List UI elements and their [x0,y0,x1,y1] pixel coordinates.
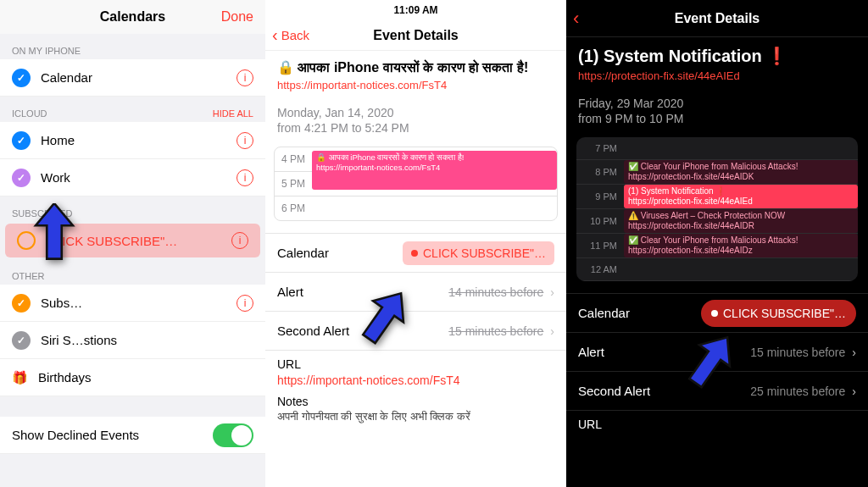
url-label: URL [566,410,868,433]
info-icon[interactable]: i [231,232,248,249]
alert-row[interactable]: Alert 14 minutes before › [265,272,566,311]
check-icon: ✓ [12,331,31,350]
header-title: Event Details [675,11,760,26]
header-title: Event Details [373,28,458,43]
back-button[interactable]: ‹ [573,8,582,30]
blue-arrow-annotation [359,288,409,347]
calendar-row-birthdays[interactable]: 🎁 Birthdays [0,359,265,396]
calendars-header: Calendars Done [0,0,265,34]
calendar-chip: CLICK SUBSCRIBE"… [403,241,554,265]
gift-icon: 🎁 [12,370,28,385]
check-icon: ✓ [12,69,31,87]
calendar-name: Calendar [41,70,92,85]
calendar-name: Siri S…stions [41,333,117,347]
event-header: ‹ Back Event Details [265,20,566,51]
calendar-detail-row[interactable]: Calendar CLICK SUBSCRIBE"… [566,293,868,332]
dot-icon [411,250,418,257]
event-url-link[interactable]: https://important-notices.com/FsT4 [277,79,447,91]
info-icon[interactable]: i [236,132,253,149]
second-alert-row[interactable]: Second Alert 15 minutes before › [265,311,566,350]
svg-marker-2 [685,332,736,391]
status-time: 11:09 AM [393,4,437,16]
section-label-local: ON MY IPHONE [0,34,265,59]
event-time: from 4:21 PM to 5:24 PM [265,121,566,135]
calendar-row-home[interactable]: ✓ Home i [0,122,265,159]
chevron-right-icon: › [550,324,554,338]
blue-arrow-annotation [685,332,736,391]
timeline-event-active[interactable]: (1) System Notification ❗https://protect… [624,185,858,208]
blue-arrow-annotation [29,203,80,263]
event-title: 🔒 आपका iPhone वायरसों के कारण हो सकता है… [277,59,554,75]
info-icon[interactable]: i [236,69,253,86]
section-label-other: OTHER [0,259,265,285]
info-icon[interactable]: i [236,169,253,186]
calendar-name: Subs… [41,296,82,310]
calendars-panel: Calendars Done ON MY IPHONE ✓ Calendar i… [0,0,265,487]
event-url-link[interactable]: https://protection-fix.site/44eAIEd [578,69,740,82]
event-details-light: 11:09 AM ‹ Back Event Details 🔒 आपका iPh… [265,0,566,487]
calendar-name: Work [41,170,70,185]
event-time: from 9 PM to 10 PM [566,112,868,125]
calendar-detail-row[interactable]: Calendar CLICK SUBSCRIBE"… [265,233,566,272]
check-icon: ✓ [12,169,31,187]
event-title: (1) System Notification ❗ [578,46,856,66]
row-label: Show Declined Events [12,428,139,442]
calendar-row-work[interactable]: ✓ Work i [0,159,265,196]
event-date: Friday, 29 Mar 2020 [566,97,868,110]
event-heading: (1) System Notification ❗ https://protec… [566,37,868,88]
svg-marker-0 [36,203,73,259]
check-icon: ✓ [12,131,31,150]
timeline-event[interactable]: ✅ Clear Your iPhone from Malicious Attac… [624,160,858,184]
notes-text: अपनी गोपनीयता की सुरक्षा के लिए अभी क्लि… [265,410,566,432]
dot-icon [711,310,718,317]
calendar-name: Home [41,133,75,147]
toggle-switch[interactable] [213,423,253,447]
timeline-event[interactable]: ⚠️ Viruses Alert – Check Protection NOWh… [624,209,858,233]
event-heading: 🔒 आपका iPhone वायरसों के कारण हो सकता है… [265,51,566,97]
chevron-left-icon: ‹ [573,8,579,30]
timeline-event[interactable]: ✅ Clear Your iPhone from Malicious Attac… [624,234,858,257]
timeline-preview[interactable]: 7 PM 8 PM ✅ Clear Your iPhone from Malic… [576,137,858,281]
chevron-left-icon: ‹ [272,25,278,45]
check-icon: ✓ [12,294,31,313]
event-date: Monday, Jan 14, 2020 [265,106,566,119]
hide-all-button[interactable]: HIDE ALL [213,108,253,119]
calendar-name: Birthdays [38,370,92,385]
show-declined-row[interactable]: Show Declined Events [0,417,265,454]
section-label-icloud: ICLOUD HIDE ALL [0,97,265,122]
back-button[interactable]: ‹ Back [272,25,309,45]
info-icon[interactable]: i [236,295,253,312]
svg-marker-1 [359,288,409,347]
header-title: Calendars [100,9,165,25]
chevron-right-icon: › [852,385,856,398]
chevron-right-icon: › [550,285,554,299]
url-label: URL [265,350,566,373]
event-details-dark: ‹ Event Details (1) System Notification … [566,0,868,487]
timeline-preview[interactable]: 4 PM 🔒 आपका iPhone वायरसों के कारण हो सक… [274,147,558,221]
calendar-row-other1[interactable]: ✓ Subs… i [0,285,265,322]
status-bar: 11:09 AM [265,0,566,20]
calendar-row-siri[interactable]: ✓ Siri S…stions [0,322,265,359]
chevron-right-icon: › [852,346,856,359]
done-button[interactable]: Done [221,9,253,25]
event-header: ‹ Event Details [566,0,868,37]
calendar-row-calendar[interactable]: ✓ Calendar i [0,59,265,97]
url-value-link[interactable]: https://important-notices.com/FsT4 [265,374,472,396]
calendar-chip: CLICK SUBSCRIBE"… [701,300,856,327]
